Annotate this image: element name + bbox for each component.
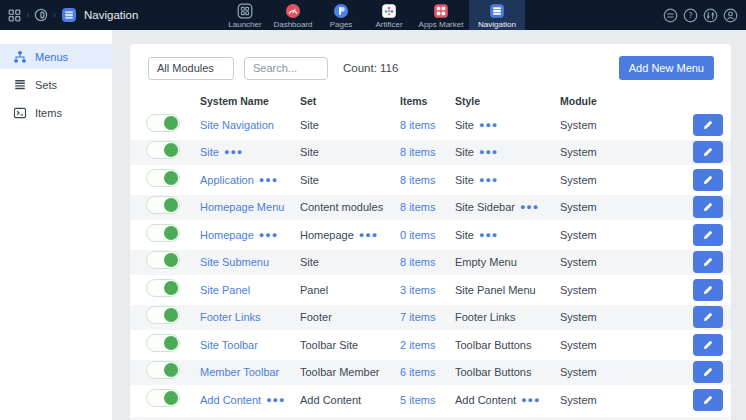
edit-button[interactable]: [693, 361, 723, 383]
navigation-app-icon[interactable]: [61, 7, 77, 23]
menu-name-link[interactable]: Site Navigation: [200, 119, 274, 131]
enabled-toggle[interactable]: [146, 389, 180, 407]
module-value: System: [560, 174, 690, 186]
topbar: › › Navigation LauncherDashboardPagesArt…: [0, 0, 746, 30]
edit-button[interactable]: [693, 389, 723, 411]
row-options-dots-icon[interactable]: ●●●: [224, 147, 243, 157]
edit-button[interactable]: [693, 334, 723, 356]
svg-text:?: ?: [688, 11, 692, 20]
edit-button[interactable]: [693, 141, 723, 163]
count-label: Count: 116: [343, 62, 398, 74]
edit-button[interactable]: [693, 169, 723, 191]
sidebar-item-items[interactable]: Items: [0, 100, 112, 125]
enabled-toggle[interactable]: [146, 279, 180, 297]
row-options-dots-icon[interactable]: ●●●: [479, 230, 498, 240]
items-count-link[interactable]: 5 items: [400, 394, 435, 406]
items-count-link[interactable]: 2 items: [400, 339, 435, 351]
table-row: Add Content●●●Add Content5 itemsAdd Cont…: [130, 387, 731, 415]
toggle-knob: [164, 171, 178, 185]
menu-name-link[interactable]: Homepage: [200, 229, 254, 241]
menu-name-link[interactable]: Site Submenu: [200, 256, 269, 268]
tab-apps-market[interactable]: Apps Market: [413, 0, 469, 30]
sidebar-item-menus[interactable]: Menus: [0, 44, 112, 69]
tab-artificer[interactable]: Artificer: [365, 0, 413, 30]
row-options-dots-icon[interactable]: ●●●: [520, 202, 539, 212]
menu-name-link[interactable]: Homepage Menu: [200, 201, 284, 213]
menu-name-link[interactable]: Site: [200, 146, 219, 158]
enabled-toggle[interactable]: [146, 224, 180, 242]
edit-button[interactable]: [693, 279, 723, 301]
launcher-grid-icon[interactable]: [8, 9, 21, 22]
set-value: Site: [300, 174, 319, 186]
enabled-toggle[interactable]: [146, 306, 180, 324]
help-icon[interactable]: ?: [683, 8, 698, 23]
settings-icon[interactable]: [703, 8, 718, 23]
tab-pages[interactable]: Pages: [317, 0, 365, 30]
menu-name-link[interactable]: Footer Links: [200, 311, 261, 323]
menu-name-link[interactable]: Member Toolbar: [200, 366, 279, 378]
tab-launcher[interactable]: Launcher: [221, 0, 269, 30]
set-value: Add Content: [300, 394, 361, 406]
add-new-menu-button[interactable]: Add New Menu: [619, 56, 714, 80]
style-value: Site: [455, 119, 474, 131]
module-value: System: [560, 394, 690, 406]
row-options-dots-icon[interactable]: ●●●: [259, 230, 278, 240]
edit-button[interactable]: [693, 224, 723, 246]
pencil-icon: [702, 201, 714, 213]
edit-button[interactable]: [693, 251, 723, 273]
edit-button[interactable]: [693, 306, 723, 328]
enabled-toggle[interactable]: [146, 361, 180, 379]
row-options-dots-icon[interactable]: ●●●: [359, 230, 378, 240]
table-row: Site NavigationSite8 itemsSite●●●System: [130, 112, 731, 140]
sidebar-item-sets[interactable]: Sets: [0, 72, 112, 97]
style-value: Site Sidebar: [455, 201, 515, 213]
module-filter-select[interactable]: All Modules: [148, 57, 234, 80]
enabled-toggle[interactable]: [146, 334, 180, 352]
edit-button[interactable]: [693, 196, 723, 218]
enabled-toggle[interactable]: [146, 169, 180, 187]
enabled-toggle[interactable]: [146, 141, 180, 159]
row-options-dots-icon[interactable]: ●●●: [266, 395, 285, 405]
menu-name-link[interactable]: Site Panel: [200, 284, 250, 296]
appsmarket-app-icon: [433, 2, 449, 19]
menus-table: System Name Set Items Style Module Site …: [130, 90, 731, 420]
tab-label: Artificer: [375, 20, 402, 29]
items-count-link[interactable]: 0 items: [400, 229, 435, 241]
tab-dashboard[interactable]: Dashboard: [269, 0, 317, 30]
enabled-toggle[interactable]: [146, 114, 180, 132]
items-count-link[interactable]: 3 items: [400, 284, 435, 296]
menu-name-link[interactable]: Add Content: [200, 394, 261, 406]
table-row: Homepage●●●Homepage●●●0 itemsSite●●●Syst…: [130, 222, 731, 250]
items-count-link[interactable]: 8 items: [400, 201, 435, 213]
suite-logo-icon[interactable]: [34, 8, 48, 22]
tab-navigation[interactable]: Navigation: [469, 0, 525, 30]
items-count-link[interactable]: 6 items: [400, 366, 435, 378]
app-tabs: LauncherDashboardPagesArtificerApps Mark…: [221, 0, 525, 30]
items-count-link[interactable]: 8 items: [400, 119, 435, 131]
account-icon[interactable]: [723, 8, 738, 23]
items-count-link[interactable]: 7 items: [400, 311, 435, 323]
module-value: System: [560, 119, 690, 131]
row-options-dots-icon[interactable]: ●●●: [521, 395, 540, 405]
items-count-link[interactable]: 8 items: [400, 174, 435, 186]
enabled-toggle[interactable]: [146, 251, 180, 269]
menu-name-link[interactable]: Site Toolbar: [200, 339, 258, 351]
row-options-dots-icon[interactable]: ●●●: [479, 147, 498, 157]
menu-name-link[interactable]: Application: [200, 174, 254, 186]
items-count-link[interactable]: 8 items: [400, 256, 435, 268]
search-input[interactable]: [244, 57, 328, 80]
row-options-dots-icon[interactable]: ●●●: [479, 120, 498, 130]
menu-circle-icon[interactable]: [663, 8, 678, 23]
enabled-toggle[interactable]: [146, 196, 180, 214]
table-row: Site ToolbarToolbar Site2 itemsToolbar B…: [130, 332, 731, 360]
row-options-dots-icon[interactable]: ●●●: [259, 175, 278, 185]
style-value: Site: [455, 174, 474, 186]
sidebar: MenusSetsItems: [0, 30, 112, 420]
tab-label: Navigation: [478, 20, 516, 29]
items-count-link[interactable]: 8 items: [400, 146, 435, 158]
header-module: Module: [560, 95, 690, 107]
row-options-dots-icon[interactable]: ●●●: [479, 175, 498, 185]
edit-button[interactable]: [693, 114, 723, 136]
toggle-knob: [164, 391, 178, 405]
toggle-knob: [164, 226, 178, 240]
